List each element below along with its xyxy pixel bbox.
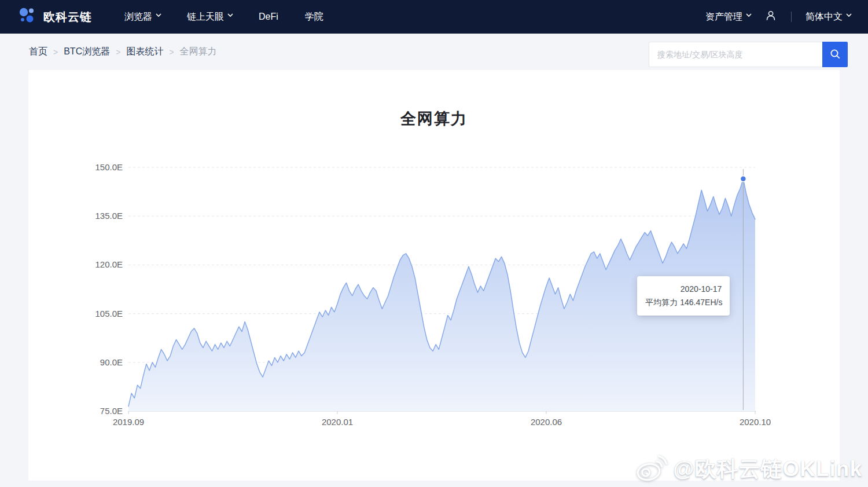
search-bar: [649, 42, 848, 67]
menu-item-chain-eye[interactable]: 链上天眼: [187, 11, 232, 23]
assets-menu-label: 资产管理: [705, 11, 742, 23]
svg-text:2020.06: 2020.06: [531, 417, 562, 427]
language-label: 简体中文: [806, 11, 843, 23]
search-input[interactable]: [649, 42, 822, 67]
hashrate-area-chart[interactable]: 150.0E135.0E120.0E105.0E90.0E75.0E2019.0…: [28, 70, 840, 452]
oklink-logo[interactable]: 欧科云链: [17, 5, 92, 28]
menu-item-explorer[interactable]: 浏览器: [124, 11, 160, 23]
navbar-divider: [791, 12, 792, 22]
assets-menu[interactable]: 资产管理: [705, 11, 751, 23]
svg-text:75.0E: 75.0E: [100, 406, 123, 416]
top-navbar: 欧科云链 浏览器 链上天眼 DeFi 学院 资产管理: [0, 0, 868, 34]
logo-text: 欧科云链: [43, 9, 92, 25]
search-icon: [829, 48, 841, 61]
breadcrumb-band: 首页 > BTC浏览器 > 图表统计 > 全网算力: [0, 34, 868, 70]
chevron-down-icon: [227, 13, 232, 18]
chevron-down-icon: [846, 13, 851, 18]
svg-text:150.0E: 150.0E: [95, 162, 123, 172]
menu-item-label: DeFi: [259, 12, 278, 22]
oklink-logo-icon: [17, 5, 38, 28]
svg-text:135.0E: 135.0E: [95, 211, 123, 221]
chevron-down-icon: [746, 13, 751, 18]
navbar-right: 资产管理 简体中文: [705, 9, 851, 24]
breadcrumb-current: 全网算力: [180, 46, 217, 58]
breadcrumb-home[interactable]: 首页: [29, 46, 47, 58]
svg-text:90.0E: 90.0E: [100, 357, 123, 367]
user-icon: [764, 9, 777, 24]
breadcrumb-separator: >: [116, 47, 120, 57]
menu-item-label: 链上天眼: [187, 11, 224, 23]
breadcrumb-separator: >: [53, 47, 58, 57]
menu-item-label: 浏览器: [124, 11, 152, 23]
menu-item-defi[interactable]: DeFi: [259, 12, 278, 22]
search-button[interactable]: [822, 42, 848, 67]
main-menu: 浏览器 链上天眼 DeFi 学院: [124, 11, 323, 23]
chevron-down-icon: [156, 13, 160, 18]
menu-item-academy[interactable]: 学院: [305, 11, 323, 23]
svg-text:2020.01: 2020.01: [322, 417, 353, 427]
svg-text:2020.10: 2020.10: [740, 417, 771, 427]
breadcrumb-separator: >: [169, 47, 174, 57]
breadcrumb-btc-explorer[interactable]: BTC浏览器: [64, 46, 110, 58]
breadcrumb: 首页 > BTC浏览器 > 图表统计 > 全网算力: [29, 46, 217, 58]
chart-card: 全网算力 150.0E135.0E120.0E105.0E90.0E75.0E2…: [28, 70, 840, 481]
menu-item-label: 学院: [305, 11, 323, 23]
svg-text:120.0E: 120.0E: [95, 259, 123, 269]
svg-text:2019.09: 2019.09: [113, 417, 144, 427]
user-account-button[interactable]: [764, 9, 777, 24]
language-selector[interactable]: 简体中文: [806, 11, 851, 23]
svg-text:105.0E: 105.0E: [95, 309, 123, 318]
breadcrumb-chart-stats[interactable]: 图表统计: [126, 46, 163, 58]
